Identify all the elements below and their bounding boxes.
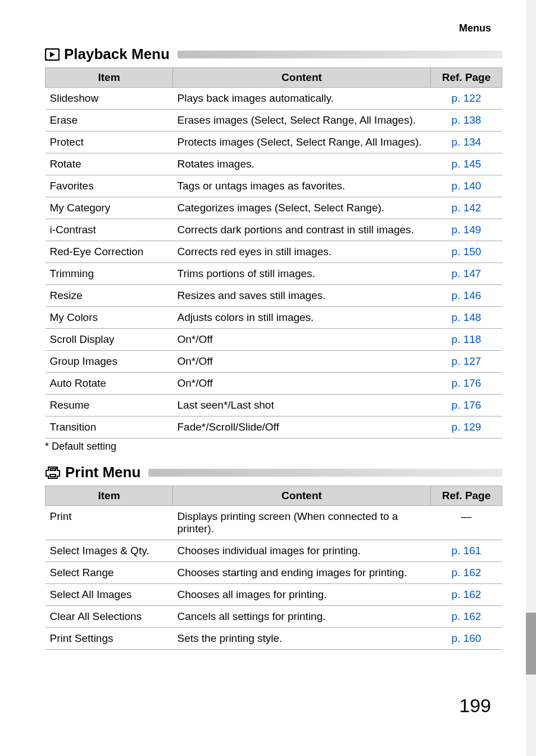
table-row: Print SettingsSets the printing style.p.… [46,628,502,650]
table-row: ProtectProtects images (Select, Select R… [46,132,502,153]
ref-page-link[interactable]: p. 162 [431,562,502,584]
item-cell: My Category [46,197,173,219]
table-row: Select All ImagesChooses all images for … [46,584,502,606]
content-cell: Corrects dark portions and contrast in s… [173,219,431,241]
content-cell: On*/Off [173,373,431,395]
item-cell: Resize [46,285,173,307]
table-row: Red-Eye CorrectionCorrects red eyes in s… [46,241,502,263]
item-cell: Rotate [46,153,173,175]
ref-page-link[interactable]: p. 147 [431,263,502,285]
ref-page-link[interactable]: p. 176 [431,373,502,395]
item-cell: Erase [46,110,173,132]
ref-page-link[interactable]: p. 118 [431,329,502,351]
svg-marker-1 [50,52,55,57]
item-cell: Favorites [46,175,173,197]
content-cell: Chooses starting and ending images for p… [173,562,431,584]
table-row: PrintDisplays printing screen (When conn… [46,506,502,540]
table-row: Select Images & Qty.Chooses individual i… [46,540,502,562]
content-cell: Last seen*/Last shot [173,395,431,417]
item-cell: Protect [46,132,173,153]
ref-page-link[interactable]: p. 122 [431,88,502,110]
item-cell: Red-Eye Correction [46,241,173,263]
item-cell: Trimming [46,263,173,285]
ref-page-link[interactable]: p. 138 [431,110,502,132]
table-row: ResumeLast seen*/Last shotp. 176 [46,395,502,417]
table-row: EraseErases images (Select, Select Range… [46,110,502,132]
ref-page-link[interactable]: p. 146 [431,285,502,307]
item-cell: Select Range [46,562,173,584]
content-cell: Tags or untags images as favorites. [173,175,431,197]
ref-page-link[interactable]: p. 176 [431,395,502,417]
table-row: ResizeResizes and saves still images.p. … [46,285,502,307]
playback-title: Playback Menu [64,46,170,63]
playback-table: Item Content Ref. Page SlideshowPlays ba… [45,67,502,438]
ref-page-link[interactable]: p. 140 [431,175,502,197]
ref-page-link[interactable]: p. 129 [431,417,502,438]
content-cell: Adjusts colors in still images. [173,307,431,329]
content-cell: Rotates images. [173,153,431,175]
title-bar [178,51,502,58]
table-row: i-ContrastCorrects dark portions and con… [46,219,502,241]
table-row: FavoritesTags or untags images as favori… [46,175,502,197]
ref-page-link[interactable]: p. 161 [431,540,502,562]
table-row: My ColorsAdjusts colors in still images.… [46,307,502,329]
col-ref: Ref. Page [431,68,502,88]
item-cell: Print Settings [46,628,173,650]
content-cell: Displays printing screen (When connected… [173,506,431,540]
item-cell: Slideshow [46,88,173,110]
item-cell: Select All Images [46,584,173,606]
content-cell: On*/Off [173,329,431,351]
print-title: Print Menu [65,464,140,481]
print-icon [45,466,61,479]
content-cell: On*/Off [173,351,431,373]
content-cell: Cancels all settings for printing. [173,606,431,628]
col-item: Item [46,68,173,88]
item-cell: Print [46,506,173,540]
content-cell: Chooses all images for printing. [173,584,431,606]
col-content: Content [173,486,431,506]
item-cell: My Colors [46,307,173,329]
ref-page-link[interactable]: p. 162 [431,584,502,606]
item-cell: i-Contrast [46,219,173,241]
table-row: Clear All SelectionsCancels all settings… [46,606,502,628]
item-cell: Clear All Selections [46,606,173,628]
table-row: My CategoryCategorizes images (Select, S… [46,197,502,219]
playback-section-heading: Playback Menu [45,46,502,63]
title-bar [148,469,502,477]
table-row: Auto RotateOn*/Offp. 176 [46,373,502,395]
table-row: TransitionFade*/Scroll/Slide/Offp. 129 [46,417,502,438]
content-cell: Protects images (Select, Select Range, A… [173,132,431,153]
playback-footnote: * Default setting [45,441,502,452]
item-cell: Transition [46,417,173,438]
ref-page-link[interactable]: p. 134 [431,132,502,153]
table-row: Select RangeChooses starting and ending … [46,562,502,584]
item-cell: Resume [46,395,173,417]
side-tab-marker [526,613,536,674]
ref-page-link[interactable]: p. 145 [431,153,502,175]
content-cell: Chooses individual images for printing. [173,540,431,562]
ref-page-link[interactable]: p. 160 [431,628,502,650]
table-row: TrimmingTrims portions of still images.p… [46,263,502,285]
table-row: Group ImagesOn*/Offp. 127 [46,351,502,373]
item-cell: Auto Rotate [46,373,173,395]
content-cell: Corrects red eyes in still images. [173,241,431,263]
print-table: Item Content Ref. Page PrintDisplays pri… [45,486,502,650]
col-content: Content [173,68,431,88]
item-cell: Select Images & Qty. [46,540,173,562]
ref-page-link[interactable]: p. 149 [431,219,502,241]
content-cell: Categorizes images (Select, Select Range… [173,197,431,219]
content-cell: Erases images (Select, Select Range, All… [173,110,431,132]
col-item: Item [46,486,173,506]
print-section-heading: Print Menu [45,464,502,481]
col-ref: Ref. Page [431,486,502,506]
ref-page-link[interactable]: p. 142 [431,197,502,219]
content-cell: Trims portions of still images. [173,263,431,285]
ref-page-link[interactable]: p. 162 [431,606,502,628]
ref-page-link[interactable]: p. 127 [431,351,502,373]
playback-icon [45,48,60,61]
header-label: Menus [45,22,502,34]
ref-page-link: — [431,506,502,540]
ref-page-link[interactable]: p. 148 [431,307,502,329]
ref-page-link[interactable]: p. 150 [431,241,502,263]
page-number: 199 [45,695,502,717]
